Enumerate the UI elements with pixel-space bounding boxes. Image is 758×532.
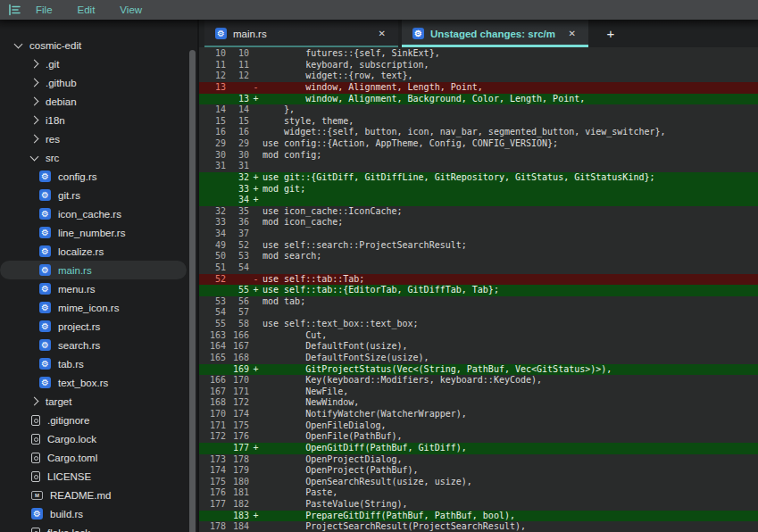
- diff-row: 176181 Paste,: [199, 487, 758, 499]
- diff-sign: [249, 138, 262, 150]
- code-text: use config::{Action, AppTheme, Config, C…: [262, 138, 758, 150]
- close-icon[interactable]: ✕: [567, 27, 578, 40]
- rust-file-icon: [39, 302, 51, 313]
- sidebar-item-github[interactable]: .github: [0, 73, 197, 92]
- diff-sign: [249, 487, 262, 499]
- sidebar-item-tab-rs[interactable]: tab.rs: [0, 354, 197, 373]
- diff-row: 166170 Key(keyboard::Modifiers, keyboard…: [199, 375, 758, 387]
- diff-row: 177182 PasteValue(String),: [199, 499, 758, 511]
- file-tree: cosmic-edit.git.githubdebiani18nressrcco…: [0, 20, 197, 532]
- code-text: use self::tab::Tab;: [262, 274, 758, 286]
- sidebar-item-localize-rs[interactable]: localize.rs: [0, 242, 197, 261]
- sidebar-item-mime-icon-rs[interactable]: mime_icon.rs: [0, 298, 197, 317]
- sidebar-item-i18n[interactable]: i18n: [0, 111, 197, 129]
- old-line-number: 51: [199, 262, 226, 274]
- sidebar-item-target[interactable]: target: [0, 392, 197, 411]
- diff-row: 172176 OpenFile(PathBuf),: [199, 431, 758, 443]
- code-text: NewFile,: [262, 387, 758, 398]
- sidebar-item-config-rs[interactable]: config.rs: [0, 167, 197, 186]
- diff-row: 2929use config::{Action, AppTheme, Confi…: [199, 138, 758, 150]
- sidebar-item-res[interactable]: res: [0, 129, 197, 148]
- code-text: use self::tab::{EditorTab, GitDiffTab, T…: [262, 285, 758, 296]
- chevron-right-icon[interactable]: [30, 60, 39, 69]
- sidebar-item-cargo-toml[interactable]: Cargo.toml: [0, 448, 197, 467]
- sidebar-item-line-number-rs[interactable]: line_number.rs: [0, 223, 197, 242]
- code-text: OpenFileDialog,: [262, 420, 758, 432]
- diff-sign: [249, 375, 262, 387]
- sidebar-item-cargo-lock[interactable]: Cargo.lock: [0, 429, 197, 448]
- chevron-down-icon[interactable]: [30, 153, 39, 162]
- sidebar-item-build-rs[interactable]: build.rs: [0, 504, 197, 523]
- sidebar-item-project-rs[interactable]: project.rs: [0, 317, 197, 336]
- sidebar-item-git[interactable]: .git: [0, 54, 197, 73]
- new-tab-button[interactable]: +: [599, 20, 622, 47]
- code-text: OpenProject(PathBuf),: [262, 465, 758, 477]
- new-line-number: 36: [226, 217, 249, 229]
- diff-row-added: 34+: [199, 195, 758, 206]
- diff-sign: [249, 353, 262, 364]
- sidebar-item-main-rs[interactable]: main.rs: [0, 261, 187, 279]
- diff-sign: [249, 397, 262, 409]
- old-line-number: 165: [199, 353, 226, 364]
- chevron-right-icon[interactable]: [30, 116, 39, 125]
- menu-file[interactable]: File: [25, 2, 63, 18]
- old-line-number: 176: [199, 487, 226, 499]
- rust-file-icon: [39, 264, 51, 276]
- old-line-number: 12: [199, 71, 226, 82]
- old-line-number: 170: [199, 409, 226, 420]
- sidebar-item-text-box-rs[interactable]: text_box.rs: [0, 373, 197, 392]
- sidebar-item-git-rs[interactable]: git.rs: [0, 186, 197, 204]
- diff-sign: [249, 229, 262, 240]
- rust-file-icon: [39, 208, 51, 220]
- chevron-right-icon[interactable]: [30, 79, 39, 87]
- sidebar-item-cosmic-edit[interactable]: cosmic-edit: [0, 36, 197, 54]
- diff-sign: [249, 217, 262, 229]
- rust-file-icon: [39, 358, 51, 370]
- sidebar-item-readme-md[interactable]: README.md: [0, 486, 197, 504]
- menu-edit[interactable]: Edit: [67, 2, 106, 18]
- tab-main-rs[interactable]: main.rs✕: [204, 20, 398, 47]
- old-line-number: [199, 184, 226, 195]
- chevron-right-icon[interactable]: [30, 97, 39, 106]
- chevron-right-icon[interactable]: [30, 397, 39, 406]
- diff-sign: +: [249, 364, 262, 376]
- sidebar-item-license[interactable]: LICENSE: [0, 467, 197, 486]
- sidebar-item-icon-cache-rs[interactable]: icon_cache.rs: [0, 204, 197, 223]
- old-line-number: 177: [199, 499, 226, 511]
- diff-sign: [249, 251, 262, 262]
- old-line-number: 32: [199, 206, 226, 218]
- chevron-right-icon[interactable]: [30, 135, 39, 144]
- diff-sign: [249, 454, 262, 466]
- diff-view[interactable]: 1010 futures::{self, SinkExt},1111 keybo…: [199, 47, 758, 532]
- sidebar-item-flake-lock[interactable]: flake.lock: [0, 523, 197, 532]
- code-text: GitProjectStatus(Vec<(String, PathBuf, V…: [262, 364, 758, 376]
- old-line-number: 166: [199, 375, 226, 387]
- sidebar-item-gitignore[interactable]: .gitignore: [0, 411, 197, 429]
- tree-item-label: config.rs: [58, 171, 96, 182]
- tree-item-label: tab.rs: [58, 359, 84, 370]
- menu-view[interactable]: View: [109, 2, 153, 18]
- tree-item-label: cosmic-edit: [29, 40, 81, 51]
- new-line-number: 177: [226, 443, 249, 454]
- code-text: [262, 161, 758, 172]
- new-line-number: 166: [226, 330, 249, 342]
- tab-unstaged-changes-src-main-rs[interactable]: Unstaged changes: src/main.rs✕: [402, 20, 588, 47]
- chevron-down-icon[interactable]: [14, 40, 23, 49]
- sidebar-item-src[interactable]: src: [0, 148, 197, 167]
- diff-sign: +: [249, 285, 262, 296]
- diff-row: 5558use self::text_box::text_box;: [199, 319, 758, 330]
- markdown-icon: [31, 491, 43, 500]
- sidebar-item-search-rs[interactable]: search.rs: [0, 336, 197, 354]
- tree-item-label: Cargo.lock: [47, 434, 96, 445]
- sidebar-item-debian[interactable]: debian: [0, 92, 197, 111]
- sidebar-scrollbar[interactable]: [189, 50, 196, 532]
- sidebar-item-menu-rs[interactable]: menu.rs: [0, 279, 197, 298]
- diff-sign: [249, 330, 262, 342]
- diff-sign: +: [249, 172, 262, 184]
- rust-file-icon: [39, 189, 51, 201]
- menubar: FileEditView: [0, 0, 758, 20]
- new-line-number: 16: [226, 127, 249, 138]
- tree-item-label: .git: [46, 59, 59, 70]
- old-line-number: 171: [199, 420, 226, 432]
- close-icon[interactable]: ✕: [377, 27, 387, 40]
